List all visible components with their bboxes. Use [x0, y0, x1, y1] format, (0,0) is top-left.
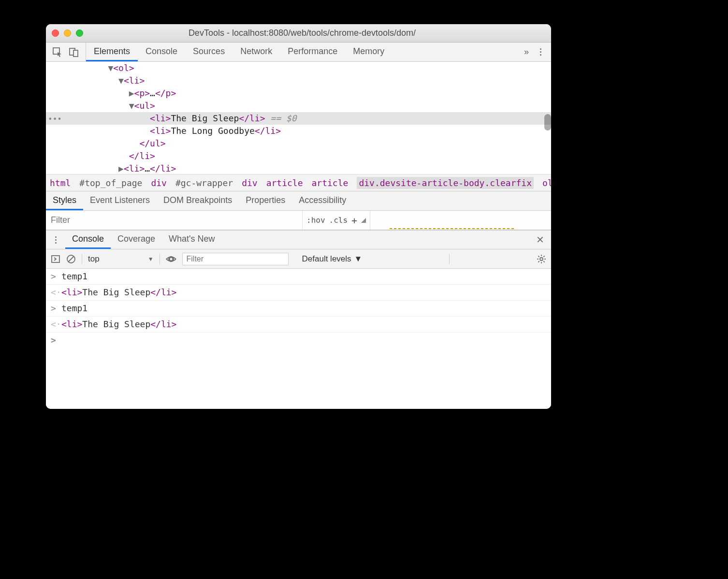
- console-input-icon: >: [51, 270, 61, 283]
- expand-corner-icon[interactable]: [361, 218, 366, 223]
- tab-console[interactable]: Console: [138, 43, 185, 61]
- dom-node[interactable]: <li>The Long Goodbye</li>: [46, 125, 551, 137]
- console-row: >temp1: [46, 301, 551, 317]
- tab-memory[interactable]: Memory: [345, 43, 392, 61]
- dom-node[interactable]: ▼<ol>: [46, 62, 551, 74]
- tab-network[interactable]: Network: [233, 43, 280, 61]
- dom-node[interactable]: </li>: [46, 150, 551, 162]
- minimize-window-button[interactable]: [64, 29, 71, 37]
- more-tabs-chevron-icon[interactable]: »: [524, 47, 529, 57]
- dom-node[interactable]: ▶<li>…</li>: [46, 162, 551, 174]
- log-levels-select[interactable]: Default levels ▼: [302, 254, 363, 264]
- svg-point-9: [540, 258, 543, 261]
- console-input-icon: >: [51, 302, 61, 315]
- breadcrumb-item[interactable]: div.devsite-article-body.clearfix: [357, 177, 534, 189]
- console-output[interactable]: >temp1<· <li>The Big Sleep</li>>temp1<· …: [46, 269, 551, 409]
- styles-filter-tools: :hov .cls +: [302, 211, 370, 230]
- live-expression-icon[interactable]: [166, 254, 176, 264]
- styles-tab-styles[interactable]: Styles: [46, 191, 83, 210]
- breadcrumb-item[interactable]: html: [50, 178, 71, 188]
- separator: [82, 254, 82, 264]
- dom-node[interactable]: <li>The Big Sleep</li> == $0: [46, 112, 551, 125]
- dropdown-icon: ▼: [148, 256, 154, 262]
- console-filter-input[interactable]: [182, 253, 289, 265]
- main-toolbar: ElementsConsoleSourcesNetworkPerformance…: [46, 43, 551, 62]
- context-label: top: [88, 254, 100, 264]
- settings-kebab-icon[interactable]: [536, 48, 545, 56]
- dom-node[interactable]: ▼<ul>: [46, 100, 551, 112]
- dom-node[interactable]: ▶<p>…</p>: [46, 87, 551, 100]
- svg-point-8: [170, 258, 172, 260]
- box-model-edge: [390, 227, 515, 230]
- console-prompt-icon: >: [51, 333, 61, 347]
- breadcrumb-item[interactable]: article: [266, 178, 303, 188]
- tab-elements[interactable]: Elements: [86, 43, 138, 61]
- dom-node[interactable]: ▼<li>: [46, 74, 551, 87]
- clear-console-icon[interactable]: [66, 254, 76, 264]
- console-row: >temp1: [46, 269, 551, 285]
- drawer-close-icon[interactable]: ✕: [529, 234, 551, 246]
- drawer-tab-console[interactable]: Console: [65, 231, 111, 249]
- svg-line-17: [543, 256, 544, 257]
- svg-rect-2: [73, 50, 78, 57]
- dom-node[interactable]: </ul>: [46, 137, 551, 150]
- dropdown-icon: ▼: [354, 254, 363, 264]
- scrollbar-thumb[interactable]: [544, 114, 551, 130]
- separator: [160, 254, 160, 264]
- breadcrumb-item[interactable]: div: [151, 178, 167, 188]
- console-row-content: temp1: [61, 302, 546, 315]
- styles-preview-area: [370, 211, 551, 230]
- styles-tab-accessibility[interactable]: Accessibility: [292, 191, 353, 210]
- traffic-lights: [52, 29, 83, 37]
- main-tabs: ElementsConsoleSourcesNetworkPerformance…: [86, 43, 518, 61]
- hov-toggle[interactable]: :hov: [306, 216, 325, 225]
- drawer-tabs: ConsoleCoverageWhat's New ✕: [46, 230, 551, 249]
- console-settings-gear-icon[interactable]: [537, 254, 546, 264]
- svg-line-16: [538, 261, 539, 262]
- console-row: <· <li>The Big Sleep</li>: [46, 317, 551, 333]
- breadcrumb-item[interactable]: #top_of_page: [79, 178, 142, 188]
- styles-tab-properties[interactable]: Properties: [239, 191, 292, 210]
- styles-tab-event-listeners[interactable]: Event Listeners: [83, 191, 157, 210]
- styles-tabs: StylesEvent ListenersDOM BreakpointsProp…: [46, 191, 551, 211]
- tab-performance[interactable]: Performance: [280, 43, 345, 61]
- breadcrumb-item[interactable]: ol: [542, 178, 551, 188]
- devtools-window: DevTools - localhost:8080/web/tools/chro…: [46, 24, 551, 409]
- svg-line-14: [538, 256, 539, 257]
- drawer-kebab-icon[interactable]: [46, 236, 65, 244]
- window-title: DevTools - localhost:8080/web/tools/chro…: [88, 28, 545, 38]
- svg-line-6: [68, 256, 74, 262]
- device-toggle-icon[interactable]: [69, 47, 79, 57]
- console-row-content: <li>The Big Sleep</li>: [61, 286, 546, 299]
- console-output-icon: <·: [51, 318, 61, 331]
- styles-filter-row: :hov .cls +: [46, 211, 551, 230]
- styles-filter-input[interactable]: [46, 211, 302, 230]
- styles-tab-dom-breakpoints[interactable]: DOM Breakpoints: [157, 191, 239, 210]
- console-output-icon: <·: [51, 286, 61, 299]
- console-sidebar-toggle-icon[interactable]: [51, 254, 60, 264]
- execution-context-select[interactable]: top ▼: [88, 254, 154, 264]
- titlebar: DevTools - localhost:8080/web/tools/chro…: [46, 24, 551, 43]
- drawer-tab-coverage[interactable]: Coverage: [111, 231, 162, 249]
- zoom-window-button[interactable]: [76, 29, 83, 37]
- console-row-content: <li>The Big Sleep</li>: [61, 318, 546, 331]
- breadcrumb-item[interactable]: div: [242, 178, 258, 188]
- elements-dom-tree[interactable]: ▼<ol> ▼<li> ▶<p>…</p> ▼<ul>••• <li>The B…: [46, 62, 551, 174]
- breadcrumb-item[interactable]: #gc-wrapper: [175, 178, 233, 188]
- node-actions-icon[interactable]: •••: [48, 113, 62, 126]
- console-toolbar: top ▼ Default levels ▼: [46, 249, 551, 269]
- breadcrumb-item[interactable]: article: [312, 178, 349, 188]
- svg-line-15: [543, 261, 544, 262]
- inspect-element-icon[interactable]: [53, 47, 62, 57]
- drawer-tab-what-s-new[interactable]: What's New: [162, 231, 221, 249]
- cls-toggle[interactable]: .cls: [329, 216, 348, 225]
- new-style-rule-button[interactable]: +: [351, 215, 357, 226]
- toolbar-icons: [46, 43, 86, 61]
- console-row: <· <li>The Big Sleep</li>: [46, 285, 551, 301]
- separator: [449, 254, 450, 264]
- console-row[interactable]: >: [46, 333, 551, 348]
- dom-breadcrumb: html#top_of_pagediv#gc-wrapperdivarticle…: [46, 174, 551, 191]
- tab-sources[interactable]: Sources: [185, 43, 233, 61]
- close-window-button[interactable]: [52, 29, 59, 37]
- levels-label: Default levels: [302, 254, 351, 264]
